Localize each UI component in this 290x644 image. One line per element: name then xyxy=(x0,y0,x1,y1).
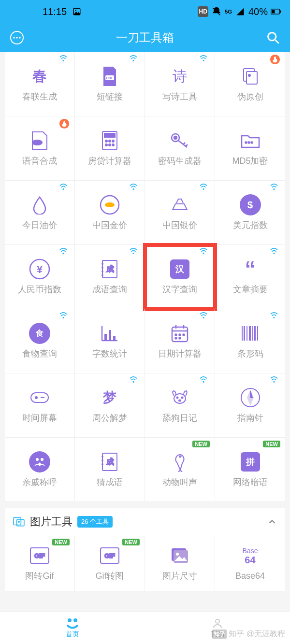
tool-guess[interactable]: 成猜成语 xyxy=(75,438,145,502)
tool-label: 日期计算器 xyxy=(158,348,202,359)
signal-icon xyxy=(235,6,246,17)
network-indicator: 5G xyxy=(225,9,232,14)
tool-dollar[interactable]: $美元指数 xyxy=(215,181,285,245)
svg-rect-63 xyxy=(113,336,116,341)
gif-icon: GIF xyxy=(99,545,120,566)
app-title: 一刀工具箱 xyxy=(116,30,174,45)
img-icon xyxy=(169,545,190,566)
svg-point-29 xyxy=(109,144,111,146)
svg-rect-81 xyxy=(257,326,258,341)
tool-barcode[interactable]: 条形码 xyxy=(215,309,285,373)
tool-cheng[interactable]: 成成语查询 xyxy=(75,245,145,309)
guess-icon: 成 xyxy=(99,451,120,472)
tool-gold[interactable]: 中国金价 xyxy=(75,181,145,245)
tool-clock[interactable]: 时间屏幕 xyxy=(5,373,75,438)
svg-rect-62 xyxy=(109,330,111,341)
svg-point-89 xyxy=(182,397,183,399)
wifi-icon xyxy=(59,184,68,190)
tool-chart[interactable]: 字数统计 xyxy=(75,309,145,373)
image-tools-section-header[interactable]: 图片工具 26 个工具 xyxy=(5,508,285,536)
imgtool-gif[interactable]: NEWGIF图转Gif xyxy=(5,536,75,591)
shi-icon: 诗 xyxy=(169,66,190,87)
tool-bird[interactable]: NEW动物叫声 xyxy=(145,438,215,502)
search-button[interactable] xyxy=(265,29,281,46)
drop-icon xyxy=(29,194,50,215)
tool-shi[interactable]: 诗写诗工具 xyxy=(145,52,215,116)
tool-label: 图片尺寸 xyxy=(162,570,197,582)
tool-folder[interactable]: MD5加密 xyxy=(215,116,285,181)
cheng-icon: 成 xyxy=(99,258,120,280)
tool-silver[interactable]: 中国银价 xyxy=(145,181,215,245)
svg-rect-112 xyxy=(174,550,188,563)
tool-label: 文章摘要 xyxy=(233,284,268,295)
svg-rect-18 xyxy=(246,72,257,84)
tool-calc[interactable]: 房贷计算器 xyxy=(75,116,145,181)
tool-label: 短链接 xyxy=(97,91,123,102)
svg-rect-79 xyxy=(252,326,253,341)
tool-label: 人民币指数 xyxy=(18,284,61,295)
svg-point-8 xyxy=(19,37,21,39)
tool-url[interactable]: URL短链接 xyxy=(75,52,145,116)
svg-point-36 xyxy=(245,142,246,143)
imgtool-gif[interactable]: NEWGIFGif转图 xyxy=(75,536,145,591)
tool-pin[interactable]: NEW拼网络暗语 xyxy=(215,438,285,502)
image-section-count: 26 个工具 xyxy=(77,516,113,528)
svg-point-42 xyxy=(105,202,115,207)
more-button[interactable] xyxy=(9,29,25,46)
tool-family[interactable]: 亲戚称呼 xyxy=(5,438,75,502)
svg-text:GIF: GIF xyxy=(104,552,115,559)
tool-label: 今日油价 xyxy=(22,219,57,231)
tool-label: 食物查询 xyxy=(22,348,57,359)
svg-rect-75 xyxy=(242,326,243,341)
tool-food[interactable]: 食食物查询 xyxy=(5,309,75,373)
wifi-icon xyxy=(270,312,278,319)
svg-point-51 xyxy=(102,263,103,264)
barcode-icon xyxy=(240,323,261,344)
chevron-up-icon xyxy=(267,516,277,527)
svg-point-32 xyxy=(174,136,177,139)
tool-label: 中国金价 xyxy=(92,219,127,231)
wifi-icon xyxy=(129,248,138,255)
svg-point-11 xyxy=(62,60,64,61)
svg-point-7 xyxy=(16,37,18,39)
tool-label: 中国银价 xyxy=(162,219,197,231)
tool-label: 写诗工具 xyxy=(162,91,197,102)
tool-cal[interactable]: 日期计算器 xyxy=(145,309,215,373)
svg-rect-61 xyxy=(104,334,107,341)
tool-label: 动物叫声 xyxy=(162,476,197,488)
tool-yen[interactable]: ¥人民币指数 xyxy=(5,245,75,309)
hot-badge-icon xyxy=(59,118,70,129)
tool-quote[interactable]: “文章摘要 xyxy=(215,245,285,309)
svg-rect-80 xyxy=(254,326,256,341)
tool-dog[interactable]: 舔狗日记 xyxy=(145,373,215,438)
tool-drop[interactable]: 今日油价 xyxy=(5,181,75,245)
wifi-icon xyxy=(270,184,278,190)
svg-line-103 xyxy=(180,470,182,472)
svg-point-93 xyxy=(36,458,39,461)
wifi-icon xyxy=(129,55,138,62)
svg-point-71 xyxy=(183,334,185,336)
imgtool-img[interactable]: 图片尺寸 xyxy=(145,536,215,591)
tool-copy[interactable]: 伪原创 xyxy=(215,52,285,116)
svg-line-102 xyxy=(178,470,180,472)
hd-icon: HD xyxy=(198,6,208,17)
nav-home[interactable]: 首页 xyxy=(0,612,145,644)
imgtool-b64[interactable]: Base64Base64 xyxy=(215,536,285,591)
svg-point-69 xyxy=(175,334,177,336)
tool-han[interactable]: 汉汉字查询 xyxy=(145,245,215,309)
compass-icon xyxy=(240,387,261,408)
svg-line-10 xyxy=(276,40,279,43)
wifi-icon xyxy=(199,248,208,255)
tool-mp3[interactable]: MP3语音合成 xyxy=(5,116,75,181)
tool-label: 指南针 xyxy=(237,412,263,424)
family-icon xyxy=(29,451,50,472)
wifi-icon xyxy=(199,55,208,62)
tool-chun[interactable]: 春春联生成 xyxy=(5,52,75,116)
svg-point-40 xyxy=(132,188,134,190)
image-indicator-icon xyxy=(72,6,82,17)
url-icon: URL xyxy=(99,66,120,87)
tool-key[interactable]: 密码生成器 xyxy=(145,116,215,181)
tool-compass[interactable]: 指南针 xyxy=(215,373,285,438)
wifi-icon xyxy=(270,376,278,383)
tool-meng[interactable]: 梦周公解梦 xyxy=(75,373,145,438)
